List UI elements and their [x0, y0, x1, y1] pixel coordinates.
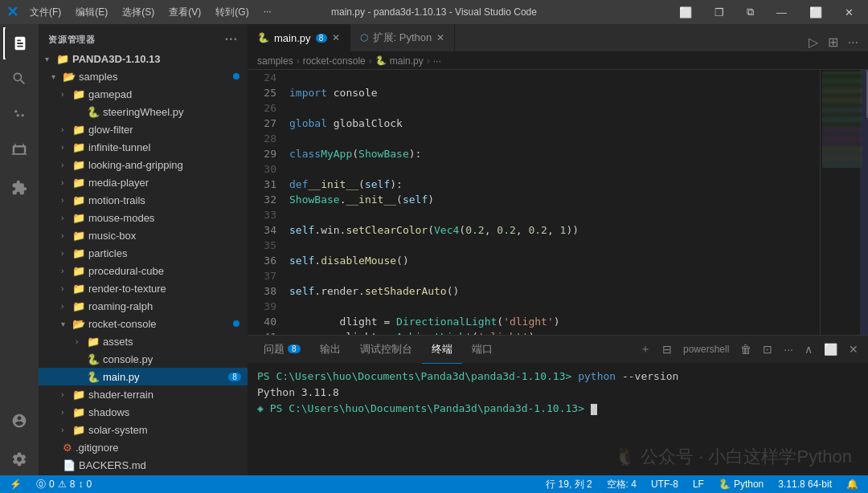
activity-search[interactable] — [3, 63, 35, 95]
gamepad-arrow-icon: › — [61, 90, 72, 99]
bc-rocket-console[interactable]: rocket-console — [303, 55, 366, 67]
tab-actions: ▷ ⊞ ··· — [799, 33, 868, 51]
ss-arrow-icon: › — [61, 426, 72, 434]
error-count: 0 — [49, 479, 55, 490]
tree-item-samples[interactable]: ▾ 📂 samples — [39, 67, 248, 85]
language-status[interactable]: 🐍 Python — [715, 479, 767, 490]
tree-item-particles[interactable]: › 📁 particles — [39, 244, 248, 262]
panel-tab-problems[interactable]: 问题 8 — [254, 336, 310, 364]
errors-status[interactable]: ⓪ 0 ⚠ 8 ↕ 0 — [33, 478, 95, 491]
activity-explorer[interactable] — [3, 27, 35, 59]
tree-item-solar-system[interactable]: › 📁 solar-system — [39, 421, 248, 438]
minimize-button[interactable]: — — [768, 5, 795, 20]
activity-extensions[interactable] — [3, 172, 35, 204]
bc-main-py[interactable]: main.py — [390, 55, 424, 67]
tab-extension[interactable]: ⬡ 扩展: Python ✕ — [350, 24, 456, 51]
indent-status[interactable]: 空格: 4 — [604, 478, 640, 491]
bc-samples[interactable]: samples — [257, 55, 293, 67]
remote-icon: ⚡ — [10, 479, 22, 490]
close-button[interactable]: ✕ — [837, 5, 862, 20]
eol-status[interactable]: LF — [690, 479, 707, 490]
run-icon[interactable]: ▷ — [805, 33, 821, 51]
panel-kill-icon[interactable]: ⊡ — [760, 341, 776, 357]
sidebar-more-icon[interactable]: ··· — [225, 32, 238, 47]
tree-item-proc-cube[interactable]: › 📁 procedural-cube — [39, 262, 248, 279]
explorer-title: 资源管理器 — [48, 34, 96, 46]
maximize-button[interactable]: ⬜ — [801, 5, 830, 20]
menu-goto[interactable]: 转到(G) — [209, 4, 255, 21]
panel-minimize-icon[interactable]: ∧ — [801, 341, 816, 357]
tab-main-py[interactable]: 🐍 main.py 8 ✕ — [248, 24, 350, 51]
notification-status[interactable]: 🔔 — [843, 479, 862, 490]
tree-item-rtt[interactable]: › 📁 render-to-texture — [39, 279, 248, 297]
activity-source-control[interactable] — [3, 98, 35, 130]
tree-item-mouse-modes[interactable]: › 📁 mouse-modes — [39, 209, 248, 226]
folder-icon-mb: 📁 — [72, 230, 85, 242]
activity-account[interactable] — [3, 405, 35, 437]
activity-debug[interactable] — [3, 133, 35, 165]
lag-label: looking-and-gripping — [88, 159, 183, 171]
panel-tab-terminal[interactable]: 终端 — [422, 336, 462, 364]
panel-tab-ports[interactable]: 端口 — [462, 336, 502, 364]
tab-ext-close-icon[interactable]: ✕ — [436, 32, 444, 43]
menu-more[interactable]: ··· — [257, 4, 278, 21]
code-line-35 — [289, 238, 813, 253]
statusbar-right: 行 19, 列 2 空格: 4 UTF-8 LF 🐍 Python 3.11.8… — [542, 478, 862, 491]
root-arrow-icon: ▾ — [45, 55, 56, 63]
tree-root[interactable]: ▾ 📁 PANDA3D-1.10.13 — [39, 50, 248, 67]
encoding-status[interactable]: UTF-8 — [648, 479, 682, 490]
line-numbers: 24 25 26 27 28 29 30 31 32 33 34 35 36 3… — [248, 70, 283, 335]
tab-main-close-icon[interactable]: ✕ — [332, 32, 340, 43]
tree-item-console-py[interactable]: 🐍 console.py — [39, 350, 248, 368]
remote-status[interactable]: ⚡ — [6, 479, 25, 490]
titlebar-left: ✕ 文件(F) 编辑(E) 选择(S) 查看(V) 转到(G) ··· — [6, 3, 278, 21]
terminal-output[interactable]: PS C:\Users\huo\Documents\Panda3d\panda3… — [248, 364, 868, 475]
python-version-status[interactable]: 3.11.8 64-bit — [775, 479, 835, 490]
split-editor-icon[interactable]: ⊞ — [825, 33, 841, 51]
tree-item-motion-trails[interactable]: › 📁 motion-trails — [39, 191, 248, 209]
tab-py-icon: 🐍 — [257, 32, 269, 43]
tree-item-backers[interactable]: 📄 BACKERS.md — [39, 456, 248, 474]
tree-item-gitignore[interactable]: ⚙ .gitignore — [39, 438, 248, 456]
tree-item-gamepad[interactable]: › 📁 gamepad — [39, 85, 248, 103]
panel-maximize-icon[interactable]: ⬜ — [821, 341, 841, 357]
split-icon[interactable]: ❐ — [706, 5, 732, 20]
panel-tab-debug[interactable]: 调试控制台 — [350, 336, 422, 364]
panel-tab-output[interactable]: 输出 — [310, 336, 350, 364]
status-bar: ⚡ ⓪ 0 ⚠ 8 ↕ 0 行 19, 列 2 空格: 4 UTF-8 LF — [0, 475, 868, 493]
menu-edit[interactable]: 编辑(E) — [69, 4, 114, 21]
split-terminal-icon[interactable]: ⊟ — [659, 341, 675, 357]
add-terminal-icon[interactable]: ＋ — [637, 340, 654, 358]
titlebar: ✕ 文件(F) 编辑(E) 选择(S) 查看(V) 转到(G) ··· main… — [0, 0, 868, 24]
tree-item-media-player[interactable]: › 📁 media-player — [39, 173, 248, 191]
panels-icon[interactable]: ⧉ — [739, 4, 762, 20]
menu-view[interactable]: 查看(V) — [162, 4, 207, 21]
tree-item-roaming-ralph[interactable]: › 📁 roaming-ralph — [39, 297, 248, 315]
tree-item-rocket-console[interactable]: ▾ 📂 rocket-console — [39, 315, 248, 332]
python-ver-text: 3.11.8 64-bit — [778, 479, 832, 490]
panel-more-icon[interactable]: ··· — [780, 341, 796, 357]
code-editor[interactable]: 24 25 26 27 28 29 30 31 32 33 34 35 36 3… — [248, 70, 868, 335]
code-text[interactable]: import console global globalClock class … — [283, 70, 820, 335]
tree-item-main-py[interactable]: 🐍 main.py 8 — [39, 368, 248, 385]
tree-item-assets[interactable]: › 📁 assets — [39, 332, 248, 350]
bc-more[interactable]: ··· — [433, 55, 441, 67]
tree-item-infinite-tunnel[interactable]: › 📁 infinite-tunnel — [39, 138, 248, 156]
tree-item-shader-terrain[interactable]: › 📁 shader-terrain — [39, 385, 248, 403]
activity-settings[interactable] — [3, 443, 35, 475]
tree-item-steeringwheel[interactable]: 🐍 steeringWheel.py — [39, 103, 248, 120]
line-col-status[interactable]: 行 19, 列 2 — [542, 478, 595, 491]
trash-icon[interactable]: 🗑 — [737, 341, 755, 357]
code-line-41: alight = AmbientLight('alight') — [289, 329, 813, 335]
md-file-icon-bk: 📄 — [63, 459, 76, 471]
more-actions-icon[interactable]: ··· — [845, 34, 862, 51]
layout-icon[interactable]: ⬜ — [671, 5, 700, 20]
menu-file[interactable]: 文件(F) — [23, 4, 68, 21]
menu-select[interactable]: 选择(S) — [116, 4, 161, 21]
tree-item-glow[interactable]: › 📁 glow-filter — [39, 120, 248, 138]
tree-item-music-box[interactable]: › 📁 music-box — [39, 226, 248, 244]
panel-close-icon[interactable]: ✕ — [845, 341, 862, 357]
tree-item-lag[interactable]: › 📁 looking-and-gripping — [39, 156, 248, 173]
tree-item-shadows[interactable]: › 📁 shadows — [39, 403, 248, 421]
root-label: PANDA3D-1.10.13 — [72, 53, 161, 65]
